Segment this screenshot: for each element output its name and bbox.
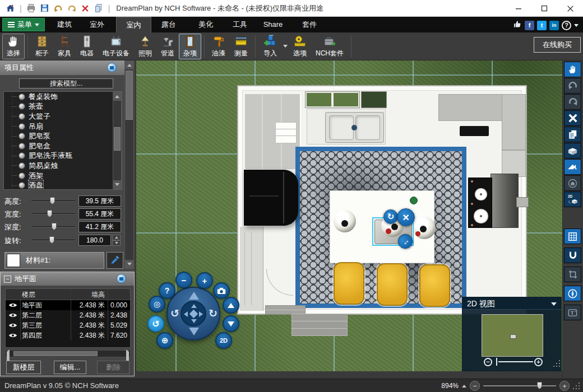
undo-icon[interactable]	[53, 3, 64, 14]
misc-button[interactable]: 杂项	[179, 34, 201, 59]
visibility-eye-icon[interactable]	[6, 330, 20, 340]
import-button[interactable]: 导入	[258, 34, 282, 59]
scroll-up-icon[interactable]	[113, 92, 121, 101]
tab-interior[interactable]: 室内	[116, 17, 151, 32]
redo-icon[interactable]	[66, 3, 77, 14]
viewport-3d[interactable]: ↻ × ↔ ↺ ↻ − + ? ◎ ↺ ⊕ 2D 2D 视图	[136, 60, 562, 371]
tree-item-selected[interactable]: 酒盘	[4, 180, 122, 190]
depth-value[interactable]: 41.2 厘米	[78, 221, 121, 232]
twitter-icon[interactable]: t	[537, 21, 547, 30]
thumbs-up-icon[interactable]	[512, 20, 522, 31]
snapshot-camera-button[interactable]	[213, 282, 230, 299]
zoom-out-button[interactable]: −	[175, 272, 192, 288]
zoom-in-button[interactable]: +	[196, 272, 213, 289]
lighting-button[interactable]: 照明	[134, 34, 156, 59]
panel-resize-grip[interactable]	[553, 360, 560, 367]
options-button[interactable]: 选项	[289, 34, 311, 59]
linkedin-icon[interactable]: in	[549, 21, 559, 30]
tree-scrollbar[interactable]	[113, 92, 122, 189]
window-resize-grip[interactable]	[573, 382, 580, 389]
redo-button[interactable]	[564, 94, 581, 110]
close-button[interactable]	[557, 0, 583, 17]
range-body[interactable]	[491, 174, 519, 228]
delete-object-button[interactable]	[564, 110, 581, 126]
chair[interactable]	[334, 262, 364, 305]
main-menu-button[interactable]: 菜单	[2, 18, 45, 31]
eyedropper-button[interactable]	[107, 252, 123, 269]
tree-item[interactable]: 吊扇	[4, 122, 122, 132]
import-dropdown-icon[interactable]	[283, 45, 288, 48]
print-icon[interactable]	[26, 3, 37, 14]
slider-thumb[interactable]	[52, 223, 57, 230]
minimap-zoom-slider-handle[interactable]	[496, 358, 497, 366]
nav-wheel-hub[interactable]	[181, 301, 206, 326]
refrigerator[interactable]	[244, 170, 298, 226]
rotation-value[interactable]: 180.0	[78, 235, 111, 246]
copy-icon[interactable]	[93, 3, 104, 14]
depth-slider[interactable]	[31, 226, 75, 227]
help-chevron-icon[interactable]	[574, 24, 579, 27]
new-floor-button[interactable]: 新楼层	[6, 361, 41, 374]
spin-up-icon[interactable]	[112, 235, 121, 240]
appliances-button[interactable]: 电器	[76, 34, 98, 59]
pan-tool-button[interactable]	[564, 62, 581, 77]
panel-scrollbar-thumb[interactable]	[126, 71, 133, 120]
copy-object-button[interactable]	[564, 127, 581, 142]
delete-icon[interactable]	[80, 3, 91, 14]
panel-orb-icon[interactable]	[107, 63, 117, 72]
help-icon[interactable]: ?	[562, 21, 571, 30]
orbit-mode-button[interactable]: ◎	[149, 296, 165, 312]
tree-item[interactable]: 酒架	[4, 171, 122, 181]
search-input[interactable]: 搜索模型...	[19, 78, 113, 88]
slider-thumb[interactable]	[50, 197, 55, 204]
zoom-level-text[interactable]: 894%	[441, 382, 459, 390]
paint-button[interactable]: 油漆	[207, 34, 230, 59]
level-up-button[interactable]	[223, 297, 239, 314]
show-box-button[interactable]	[564, 143, 581, 158]
scroll-down-icon[interactable]	[113, 180, 121, 189]
tab-landscape[interactable]: 美化	[193, 17, 219, 32]
home-icon[interactable]	[4, 3, 16, 14]
table-row[interactable]: 第二层 2.438 米 2.438	[6, 310, 130, 320]
minimap[interactable]	[482, 314, 543, 357]
rotation-slider[interactable]	[31, 240, 75, 241]
frame-tool-button[interactable]	[564, 267, 581, 282]
zoom-slider-thumb[interactable]	[537, 382, 542, 389]
plate-setting[interactable]	[334, 210, 356, 232]
buy-online-button[interactable]: 在线购买	[534, 37, 581, 53]
plate-setting[interactable]	[413, 217, 436, 239]
furniture-button[interactable]: 家具	[53, 34, 76, 59]
minimap-zoom-out-icon[interactable]: −	[484, 358, 492, 366]
slider-thumb[interactable]	[47, 210, 52, 217]
toggle-grid-button[interactable]	[564, 228, 581, 244]
plumbing-button[interactable]: 管道	[156, 34, 179, 59]
table-row[interactable]: 第四层 2.438 米 7.620	[6, 330, 130, 340]
minimap-zoom-in-icon[interactable]: +	[534, 358, 543, 366]
material-row[interactable]: 材料#1:	[4, 252, 104, 269]
toggle-2d-3d-button[interactable]: 2D	[564, 192, 581, 207]
zoom-slider[interactable]	[483, 382, 556, 390]
compass-button[interactable]	[564, 286, 581, 301]
rotate-right-arrow[interactable]: ↻	[209, 307, 218, 320]
rotation-spinner[interactable]	[112, 235, 121, 246]
spin-down-icon[interactable]	[112, 240, 121, 246]
walkthrough-button[interactable]	[564, 175, 581, 191]
viewport-2d-panel[interactable]: 2D 视图 − +	[462, 297, 562, 371]
electronics-button[interactable]: 电子设备	[98, 34, 134, 59]
tree-item[interactable]: 茶壶	[4, 102, 122, 112]
tree-item[interactable]: 大篮子	[4, 111, 122, 122]
cooktop[interactable]	[468, 178, 492, 228]
collapse-icon[interactable]: −	[4, 276, 11, 283]
zoom-menu-icon[interactable]	[462, 385, 466, 388]
viewport-2d-header[interactable]: 2D 视图	[462, 297, 561, 310]
minimize-button[interactable]	[506, 0, 531, 17]
tree-scrollbar-thumb[interactable]	[114, 127, 121, 151]
height-value[interactable]: 39.5 厘米	[78, 195, 121, 207]
table-row[interactable]: 第三层 2.438 米 5.029	[6, 320, 130, 330]
visibility-eye-icon[interactable]	[6, 310, 20, 320]
rotate-left-arrow[interactable]: ↺	[170, 307, 179, 320]
save-icon[interactable]	[39, 3, 50, 14]
height-slider[interactable]	[31, 200, 75, 202]
delete-handle[interactable]: ×	[397, 208, 415, 226]
maximize-button[interactable]	[531, 0, 557, 17]
